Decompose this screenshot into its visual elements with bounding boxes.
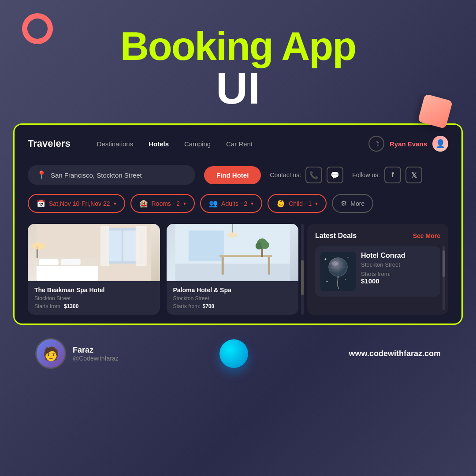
contact-label: Contact us: (270, 171, 301, 178)
author-name: Faraz (73, 346, 119, 355)
rooms-chevron: ▾ (183, 201, 186, 207)
nav-links: Destinations Hotels Camping Car Rent (97, 140, 368, 148)
deal-info-hotel-conrad: Hotel Conrad Stockton Street Starts from… (361, 252, 435, 285)
hotel-info-beakman: The Beakman Spa Hotel Stockton Street St… (28, 281, 160, 315)
hotel-image-beakman (28, 224, 160, 281)
adults-icon: 👥 (209, 199, 218, 208)
chat-icon[interactable]: 💬 (327, 167, 343, 183)
calendar-icon: 📅 (37, 199, 45, 208)
adults-filter-label: Adults - 2 (221, 200, 247, 207)
hotels-grid: The Beakman Spa Hotel Stockton Street St… (28, 224, 298, 315)
svg-rect-16 (221, 257, 223, 275)
user-avatar: 👤 (432, 136, 448, 152)
rooms-filter[interactable]: 🏨 Rooms - 2 ▾ (130, 194, 195, 213)
search-row: 📍 San Francisco, Stockton Street Find Ho… (28, 165, 448, 185)
hotel-name-paloma: Paloma Hotel & Spa (173, 286, 292, 294)
hotel-price-row-beakman: Starts from: $1300 (34, 303, 153, 309)
deal-image-hotel-conrad: ✦ ✦ ✦ ✦ (320, 252, 356, 291)
date-filter[interactable]: 📅 Sat,Nov 10-Fri,Nov 22 ▾ (28, 194, 125, 213)
nav-link-destinations[interactable]: Destinations (97, 140, 134, 148)
hotels-list: The Beakman Spa Hotel Stockton Street St… (28, 224, 298, 315)
dark-mode-icon[interactable]: ☽ (368, 136, 384, 152)
nav-link-car-rent[interactable]: Car Rent (226, 140, 253, 148)
deals-scrollbar[interactable] (443, 246, 445, 310)
svg-point-11 (32, 242, 45, 249)
svg-rect-17 (268, 257, 270, 275)
child-filter[interactable]: 👶 Child - 1 ▾ (268, 194, 327, 213)
app-card: Travelers Destinations Hotels Camping Ca… (13, 123, 463, 325)
navbar: Travelers Destinations Hotels Camping Ca… (28, 136, 448, 152)
hotel-info-paloma: Paloma Hotel & Spa Stockton Street Start… (167, 281, 299, 315)
hotel-price-beakman: $1300 (64, 303, 78, 309)
footer-website: www.codewithfaraz.com (349, 349, 441, 358)
svg-text:✦: ✦ (347, 256, 349, 259)
footer-author: 🧑 Faraz @Codewithfaraz (35, 338, 119, 369)
hotel-street-paloma: Stockton Street (173, 295, 292, 301)
author-info: Faraz @Codewithfaraz (73, 346, 119, 362)
title-ui: UI (0, 66, 476, 110)
deal-card-hotel-conrad[interactable]: ✦ ✦ ✦ ✦ Hotel Conrad Stockton Street Sta… (315, 246, 440, 297)
more-filter-label: More (350, 200, 364, 207)
svg-rect-5 (136, 226, 147, 266)
location-text: San Francisco, Stockton Street (51, 171, 142, 179)
facebook-icon[interactable]: f (384, 167, 401, 183)
svg-rect-4 (100, 226, 109, 266)
hotel-card-paloma[interactable]: Paloma Hotel & Spa Stockton Street Start… (167, 224, 299, 315)
hotel-price-label-paloma: Starts from: (173, 303, 201, 309)
filter-row: 📅 Sat,Nov 10-Fri,Nov 22 ▾ 🏨 Rooms - 2 ▾ … (28, 194, 448, 213)
hotel-name-beakman: The Beakman Spa Hotel (34, 286, 153, 294)
rooms-filter-label: Rooms - 2 (152, 200, 180, 207)
twitter-icon[interactable]: 𝕏 (405, 167, 422, 183)
hotel-price-label-beakman: Starts from: (34, 303, 62, 309)
child-icon: 👶 (276, 199, 285, 208)
hotels-scrollbar[interactable] (301, 224, 304, 315)
svg-rect-14 (188, 231, 223, 261)
date-filter-label: Sat,Nov 10-Fri,Nov 22 (49, 200, 110, 207)
nav-link-camping[interactable]: Camping (184, 140, 211, 148)
title-area: Booking App UI (0, 0, 476, 123)
svg-text:✦: ✦ (345, 278, 346, 281)
follow-label: Follow us: (352, 171, 380, 178)
see-more-button[interactable]: See More (413, 232, 440, 239)
user-name: Ryan Evans (390, 140, 427, 148)
child-filter-label: Child - 1 (289, 200, 312, 207)
deals-panel: Latest Deals See More (307, 224, 448, 315)
svg-rect-15 (219, 255, 272, 257)
deal-starts: Starts from: (361, 271, 435, 277)
adults-filter[interactable]: 👥 Adults - 2 ▾ (200, 194, 262, 213)
hotel-card-beakman[interactable]: The Beakman Spa Hotel Stockton Street St… (28, 224, 160, 315)
more-filter[interactable]: ⚙ More (332, 194, 373, 213)
svg-point-23 (227, 232, 238, 238)
child-chevron: ▾ (315, 201, 318, 207)
footer: 🧑 Faraz @Codewithfaraz www.codewithfaraz… (0, 325, 476, 369)
phone-icon[interactable]: 📞 (305, 167, 322, 183)
date-chevron: ▾ (114, 201, 116, 207)
deal-price: $1000 (361, 277, 435, 285)
settings-icon: ⚙ (341, 199, 347, 208)
content-area: The Beakman Spa Hotel Stockton Street St… (28, 224, 448, 315)
author-handle: @Codewithfaraz (73, 355, 119, 362)
nav-link-hotels[interactable]: Hotels (149, 140, 169, 148)
follow-section: Follow us: f 𝕏 (352, 167, 422, 183)
location-icon: 📍 (37, 170, 46, 180)
hotel-price-row-paloma: Starts from: $700 (173, 303, 292, 309)
deals-header: Latest Deals See More (315, 232, 440, 240)
author-avatar: 🧑 (35, 338, 66, 369)
location-input[interactable]: 📍 San Francisco, Stockton Street (28, 165, 195, 185)
adults-chevron: ▾ (251, 201, 253, 207)
contact-section: Contact us: 📞 💬 (270, 167, 343, 183)
svg-point-30 (337, 276, 339, 278)
svg-text:✦: ✦ (324, 257, 327, 261)
hotels-scroll-thumb (301, 260, 304, 295)
deal-street: Stockton Street (361, 261, 435, 268)
svg-text:✦: ✦ (326, 280, 328, 283)
svg-rect-9 (61, 259, 81, 265)
svg-point-26 (331, 261, 338, 266)
find-hotel-button[interactable]: Find Hotel (204, 166, 261, 184)
decorative-ball (219, 339, 248, 368)
deal-name: Hotel Conrad (361, 252, 435, 260)
nav-right: ☽ Ryan Evans 👤 (368, 136, 448, 152)
hotel-street-beakman: Stockton Street (34, 295, 153, 301)
title-booking: Booking App (0, 26, 476, 66)
nav-brand: Travelers (28, 138, 71, 149)
